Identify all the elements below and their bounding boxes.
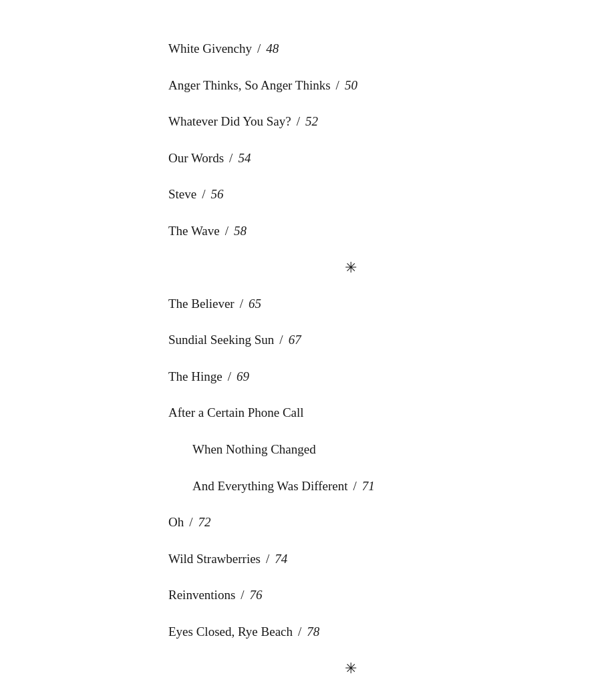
list-item: The Believer / 65 <box>168 295 509 313</box>
entry-title: Wild Strawberries <box>168 550 261 568</box>
entry-title: Anger Thinks, So Anger Thinks <box>168 77 331 95</box>
entry-title: The Wave <box>168 222 220 240</box>
entry-title: Eyes Closed, Rye Beach <box>168 623 293 641</box>
entry-page: 83 <box>226 696 239 701</box>
entry-separator: / <box>225 222 229 240</box>
entry-page: 52 <box>305 113 318 131</box>
divider-symbol: ✳ <box>168 660 509 677</box>
entry-title: The Believer <box>168 295 235 313</box>
entry-title: Oh <box>168 514 184 532</box>
entry-page: 78 <box>307 623 319 641</box>
entry-separator: / <box>229 150 233 168</box>
entry-title: Reinventions <box>168 586 235 604</box>
entry-page: 69 <box>237 368 249 386</box>
list-item: Steve / 56 <box>168 186 509 204</box>
entry-page: 56 <box>211 186 224 204</box>
entry-title: White Givenchy <box>168 40 252 58</box>
list-item: Sundial Seeking Sun / 67 <box>168 331 509 349</box>
list-item: When Nothing Changed <box>168 441 509 459</box>
entry-separator: / <box>240 295 243 313</box>
grouped-entry: After a Certain Phone Call When Nothing … <box>168 404 509 495</box>
entry-page: 50 <box>345 77 357 95</box>
entry-separator: / <box>218 696 221 701</box>
entry-page: 67 <box>289 331 301 349</box>
divider-symbol: ✳ <box>168 259 509 277</box>
toc-container: White Givenchy / 48 Anger Thinks, So Ang… <box>68 27 536 700</box>
list-item: Oh / 72 <box>168 514 509 532</box>
entry-separator: / <box>202 186 205 204</box>
entry-separator: / <box>279 331 283 349</box>
list-item: Whatever Did You Say? / 52 <box>168 113 509 131</box>
entry-separator: / <box>353 478 357 496</box>
list-item: Eyes Closed, Rye Beach / 78 <box>168 623 509 641</box>
list-item: Wild Strawberries / 74 <box>168 550 509 568</box>
section-divider: ✳ <box>168 660 509 677</box>
list-item: And Everything Was Different / 71 <box>168 478 509 496</box>
entry-page: 54 <box>238 150 251 168</box>
entry-page: 48 <box>266 40 279 58</box>
list-item: The Hinge / 69 <box>168 368 509 386</box>
entry-title: Steve <box>168 186 196 204</box>
entry-title: Whatever Did You Say? <box>168 113 291 131</box>
section-divider: ✳ <box>168 259 509 277</box>
entry-separator: / <box>228 368 231 386</box>
list-item: White Givenchy / 48 <box>168 40 509 58</box>
entry-separator: / <box>336 77 339 95</box>
entry-separator: / <box>241 586 244 604</box>
entry-title: Our Words <box>168 150 224 168</box>
entry-page: 72 <box>198 514 211 532</box>
list-item: After a Certain Phone Call <box>168 404 509 422</box>
list-item: Anger Thinks, So Anger Thinks / 50 <box>168 77 509 95</box>
list-item: Our Words / 54 <box>168 150 509 168</box>
entry-title: And Everything Was Different <box>192 478 348 496</box>
entry-page: 76 <box>250 586 263 604</box>
entry-title: After a Certain Phone Call <box>168 404 304 422</box>
entry-page: 74 <box>275 550 287 568</box>
entry-separator: / <box>298 623 301 641</box>
entry-page: 65 <box>249 295 261 313</box>
entry-separator: / <box>266 550 269 568</box>
entry-title: By Then <box>168 696 212 701</box>
entry-title: When Nothing Changed <box>192 441 316 459</box>
entry-page: 58 <box>234 222 247 240</box>
entry-title: Sundial Seeking Sun <box>168 331 274 349</box>
entry-separator: / <box>189 514 192 532</box>
entry-page: 71 <box>362 478 375 496</box>
entry-title: The Hinge <box>168 368 222 386</box>
entry-separator: / <box>257 40 261 58</box>
entry-separator: / <box>297 113 300 131</box>
list-item: The Wave / 58 <box>168 222 509 240</box>
list-item: Reinventions / 76 <box>168 586 509 604</box>
list-item: By Then / 83 <box>168 696 509 701</box>
